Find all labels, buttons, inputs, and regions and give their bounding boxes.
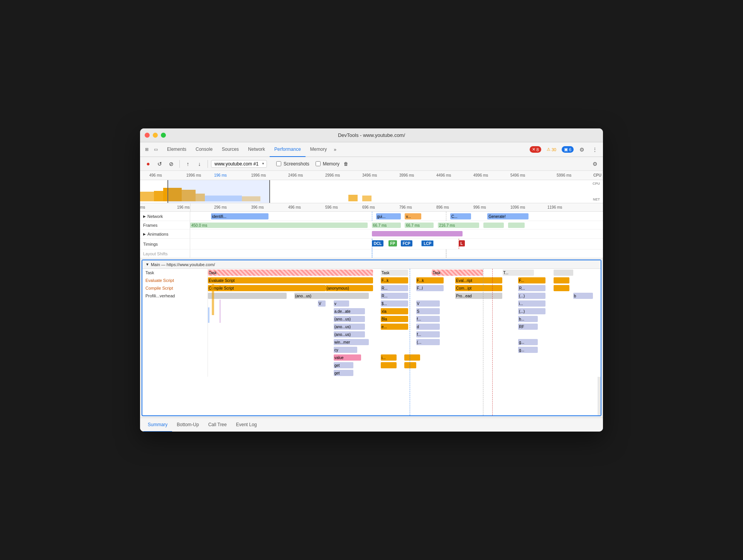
- func-iy[interactable]: i...: [381, 354, 397, 361]
- eval-bar-1[interactable]: Evaluate Script: [208, 277, 373, 283]
- network-expand-icon[interactable]: ▶: [143, 214, 146, 218]
- url-select[interactable]: www.youtube.com #1: [211, 160, 267, 168]
- func-ano2[interactable]: (ano...us): [334, 324, 365, 330]
- func-f1[interactable]: f...: [416, 316, 440, 322]
- func-i[interactable]: i...: [518, 300, 545, 307]
- task-bar-5[interactable]: [554, 270, 573, 276]
- func-g2[interactable]: g...: [518, 347, 538, 353]
- func-get2[interactable]: get: [334, 370, 353, 376]
- func-ano3[interactable]: (ano...us): [334, 331, 365, 337]
- frame-bar-6[interactable]: [508, 223, 525, 228]
- url-select-wrap[interactable]: www.youtube.com #1: [211, 160, 267, 168]
- tab-network[interactable]: Network: [243, 142, 270, 157]
- maximize-button[interactable]: [161, 133, 166, 138]
- func-bla[interactable]: Bla: [381, 316, 408, 322]
- task-bar-4[interactable]: T...: [503, 270, 534, 276]
- minimize-button[interactable]: [153, 133, 158, 138]
- task-bar-3[interactable]: Task: [432, 270, 483, 276]
- network-bar-3[interactable]: v...: [405, 213, 421, 219]
- tab-memory[interactable]: Memory: [306, 142, 331, 157]
- more-options-icon[interactable]: ⋮: [590, 145, 600, 155]
- network-bar-1[interactable]: identifi...: [211, 213, 269, 219]
- record-button[interactable]: ●: [143, 159, 153, 169]
- func-b[interactable]: b...: [518, 316, 538, 322]
- fp-badge[interactable]: FP: [388, 240, 397, 246]
- compile-bar-5[interactable]: R...: [518, 285, 545, 291]
- tab-performance[interactable]: Performance: [270, 142, 306, 157]
- animations-bar[interactable]: [372, 231, 463, 236]
- frame-bar-3[interactable]: 66.7 ms: [405, 223, 434, 228]
- func-e[interactable]: e...: [381, 324, 408, 330]
- upload-button[interactable]: ↑: [183, 159, 193, 169]
- memory-checkbox-group[interactable]: Memory: [316, 161, 339, 167]
- compile-bar-1[interactable]: Compile Script: [208, 285, 326, 291]
- func-sq3[interactable]: [404, 362, 416, 368]
- func-dots[interactable]: (...): [518, 308, 545, 314]
- tab-bottom-up[interactable]: Bottom-Up: [172, 418, 203, 432]
- func-value[interactable]: value: [334, 354, 361, 361]
- more-tabs-button[interactable]: »: [331, 147, 339, 152]
- download-button[interactable]: ↓: [194, 159, 204, 169]
- minimap[interactable]: CPU NET: [140, 180, 603, 203]
- tab-sources[interactable]: Sources: [217, 142, 243, 157]
- tab-elements[interactable]: Elements: [162, 142, 191, 157]
- animations-label[interactable]: ▶ Animations: [140, 229, 190, 238]
- task-bar-1[interactable]: Task: [208, 270, 373, 276]
- animations-expand-icon[interactable]: ▶: [143, 232, 146, 236]
- compile-bar-1b[interactable]: (anonymous): [326, 285, 373, 291]
- eval-bar-5[interactable]: F...: [518, 277, 545, 283]
- profiling-bar-4[interactable]: Pro...ead: [455, 293, 502, 299]
- func-dollar[interactable]: $...: [381, 300, 408, 307]
- frame-bar-4[interactable]: 216.7 ms: [438, 223, 479, 228]
- memory-profile-button[interactable]: 🗑: [341, 159, 351, 169]
- dcl-badge[interactable]: DCL: [372, 240, 384, 246]
- capture-settings-icon[interactable]: ⚙: [590, 159, 600, 169]
- func-pdots[interactable]: (...: [416, 339, 440, 345]
- warning-badge[interactable]: ⚠ 30: [544, 146, 559, 153]
- compile-bar-2[interactable]: R...: [381, 285, 408, 291]
- func-xla[interactable]: xla: [381, 308, 408, 314]
- eval-bar-3[interactable]: F...k: [416, 277, 444, 283]
- profiling-bar-6[interactable]: b: [573, 293, 593, 299]
- compile-bar-3[interactable]: F...l: [416, 285, 444, 291]
- func-RF[interactable]: RF: [518, 324, 538, 330]
- func-get1[interactable]: get: [334, 362, 353, 368]
- func-v[interactable]: V: [318, 300, 326, 307]
- func-winmer[interactable]: win...mer: [334, 339, 369, 345]
- func-V2[interactable]: V: [416, 300, 440, 307]
- main-expand-icon[interactable]: ▼: [145, 262, 149, 267]
- l-badge[interactable]: L: [459, 240, 465, 246]
- frame-bar-1[interactable]: 450.0 ms: [190, 223, 368, 228]
- func-ano1[interactable]: (ano...us): [334, 316, 365, 322]
- task-bar-2[interactable]: Task: [381, 270, 408, 276]
- func-ade[interactable]: a.de...ate: [334, 308, 365, 314]
- profiling-bar-2[interactable]: (ano...us): [294, 293, 369, 299]
- eval-bar-6[interactable]: [554, 277, 569, 283]
- network-bar-4[interactable]: C...: [450, 213, 471, 219]
- func-g1[interactable]: g...: [518, 339, 538, 345]
- profiling-bar-3[interactable]: R...: [381, 293, 408, 299]
- tab-console[interactable]: Console: [191, 142, 217, 157]
- func-sq[interactable]: [404, 354, 420, 361]
- tab-call-tree[interactable]: Call Tree: [204, 418, 231, 432]
- frame-bar-5[interactable]: [483, 223, 504, 228]
- eval-bar-4[interactable]: Eval...ript: [455, 277, 502, 283]
- profiling-bar-1[interactable]: [208, 293, 287, 299]
- screenshots-checkbox-group[interactable]: Screenshots: [276, 161, 309, 167]
- clear-button[interactable]: ⊘: [166, 159, 176, 169]
- func-cy[interactable]: cy: [334, 347, 357, 353]
- eval-bar-2[interactable]: F...k: [381, 277, 408, 283]
- settings-icon[interactable]: ⚙: [577, 145, 587, 155]
- compile-bar-6[interactable]: [554, 285, 569, 291]
- memory-checkbox[interactable]: [316, 161, 321, 166]
- func-f2[interactable]: f...: [416, 331, 440, 337]
- func-S[interactable]: S: [416, 308, 440, 314]
- fcp-badge[interactable]: FCP: [401, 240, 412, 246]
- tab-event-log[interactable]: Event Log: [231, 418, 262, 432]
- screenshots-checkbox[interactable]: [276, 161, 281, 166]
- reload-record-button[interactable]: ↺: [155, 159, 165, 169]
- func-v2[interactable]: v: [334, 300, 350, 307]
- network-bar-2[interactable]: gui...: [376, 213, 401, 219]
- error-badge[interactable]: ✕ 8: [530, 146, 541, 153]
- network-bar-5[interactable]: Generate!: [487, 213, 529, 219]
